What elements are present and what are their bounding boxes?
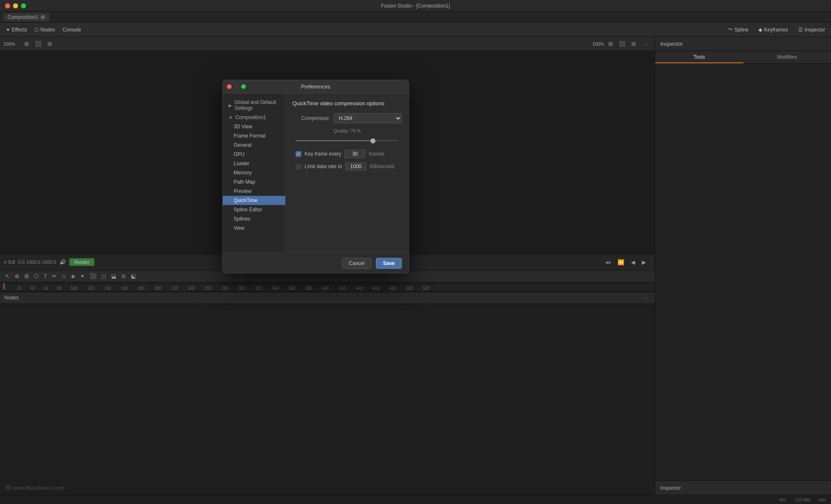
sidebar-item-3dview[interactable]: 3D View [223,122,285,131]
dialog-footer: Cancel Save [223,253,409,273]
viewer-toolbar: 100% ⊞ ⬛ ⊞ 100% ⊞ ⬛ ⊞ ··· [0,37,655,51]
time-end: 1000.0 [26,260,41,265]
nodes-tool-mask2[interactable]: ◈ [69,272,77,280]
sidebar-item-pathmap[interactable]: Path Map [223,177,285,187]
play-next-btn[interactable]: ▶ [640,258,648,266]
sidebar-item-splineeditor[interactable]: Spline Editor [223,205,285,214]
sidebar-item-splines[interactable]: Splines [223,214,285,223]
keyframe-checkbox[interactable]: ✓ [296,151,301,157]
zoom-right: 100% [592,42,604,47]
save-btn[interactable]: Save [376,258,402,269]
sidebar-item-gpu[interactable]: GPU [223,150,285,159]
nodes-tool-extra[interactable]: ⊘ [120,272,128,280]
quality-slider-container [292,138,402,146]
item-3dview-label: 3D View [234,124,252,130]
viewer-fit-btn[interactable]: ⊞ [23,40,31,48]
sidebar-global-settings[interactable]: ▶ Global and Default Settings [223,98,285,113]
tab-close-btn[interactable]: × [40,15,45,20]
datarate-unit: KB/second [370,164,394,169]
viewer-grid-btn[interactable]: ⊞ [46,40,54,48]
play-start-btn[interactable]: ⏮ [604,258,612,266]
quality-slider-thumb[interactable] [370,138,375,143]
viewer-grid-right-btn[interactable]: ⊞ [630,40,638,48]
status-memory: 710 MB [794,497,810,502]
viewer-channels-right-btn[interactable]: ⬛ [617,40,627,48]
sidebar-item-quicktime[interactable]: QuickTime [223,196,285,205]
spline-btn[interactable]: 〜 Spline [725,25,751,34]
nodes-tool-extra2[interactable]: ⬕ [129,272,138,280]
sidebar-item-view[interactable]: View [223,223,285,233]
time-start: 0.0 [18,260,24,265]
item-view-label: View [234,225,245,231]
composition-tab[interactable]: Composition1 × [3,13,49,21]
sidebar-item-frameformat[interactable]: Frame Format [223,131,285,140]
render-btn[interactable]: Render [69,258,94,266]
keyframe-input[interactable] [344,150,365,158]
nodes-tool-image[interactable]: ⊞ [23,272,31,280]
compressor-select[interactable]: H.264 H.265 ProRes 422 ProRes 4444 [333,113,402,123]
play-prev-btn[interactable]: ◀ [629,258,637,266]
viewer-more-btn[interactable]: ··· [640,40,651,48]
tab-modifiers[interactable]: Modifiers [743,51,831,63]
viewer-channels-btn[interactable]: ⬛ [33,40,43,48]
effects-icon: ✦ [6,27,10,33]
nodes-tool-add[interactable]: ⊕ [13,272,21,280]
dialog-close-btn[interactable] [227,84,232,89]
sidebar-item-preview[interactable]: Preview [223,187,285,196]
nodes-label: Nodes [40,27,55,33]
sidebar-composition1[interactable]: ▼ Composition1 [223,113,285,122]
datarate-input[interactable] [345,162,366,171]
nodes-tool-paint[interactable]: ✏ [50,272,58,280]
play-back-btn[interactable]: ⏪ [616,258,626,266]
minimize-window-btn[interactable] [13,3,18,8]
spline-icon: 〜 [728,26,733,33]
zoom-level: 100% [3,42,20,47]
console-btn[interactable]: Console [60,26,83,34]
dialog-minimize-btn[interactable] [234,84,239,89]
datarate-row: Limit data rate to KB/second [292,162,402,171]
nodes-more-btn[interactable]: ··· [639,294,651,302]
compressor-label: Compressor: [292,115,330,121]
maximize-window-btn[interactable] [21,3,26,8]
item-memory-label: Memory [234,170,252,176]
nodes-tool-particle[interactable]: ✦ [78,272,86,280]
collapse-icon: ▼ [229,115,233,120]
loop-icon: ↺ [3,260,7,265]
tab-tools[interactable]: Tools [655,51,743,63]
item-loader-label: Loader [234,161,249,166]
toolbar-right: 〜 Spline ◆ Keyframes ☰ Inspector [725,25,828,34]
keyframe-unit: frames [369,151,384,157]
main-toolbar: ✦ Effects ⬡ Nodes Console 〜 Spline ◆ Key… [0,23,831,37]
nodes-tool-mask[interactable]: ◇ [60,272,68,280]
nodes-tool-blur[interactable]: ◻ [100,272,108,280]
effects-btn[interactable]: ✦ Effects [3,26,29,34]
tab-label: Composition1 [8,14,38,20]
keyframes-icon: ◆ [758,27,762,33]
close-window-btn[interactable] [5,3,10,8]
inspector-btn[interactable]: ☰ Inspector [796,26,828,34]
preferences-dialog: Preferences ▶ Global and Default Setting… [222,80,409,273]
nodes-tool-text[interactable]: T [42,272,49,280]
nodes-btn[interactable]: ⬡ Nodes [32,26,57,34]
keyframes-btn[interactable]: ◆ Keyframes [756,26,790,34]
nodes-tool-merge[interactable]: ⬓ [109,272,118,280]
nodes-tool-polygon[interactable]: ⬡ [32,272,40,280]
tab-modifiers-label: Modifiers [777,54,797,60]
audio-icon: 🔊 [60,259,66,265]
dialog-content: QuickTime video compression options Comp… [286,94,409,253]
sidebar-item-general[interactable]: General [223,140,285,150]
inspector-content [655,64,831,481]
nodes-tool-3d[interactable]: ⬛ [88,272,98,280]
nodes-tool-select[interactable]: ↖ [3,272,11,280]
datarate-checkbox[interactable] [296,164,301,169]
dialog-maximize-btn[interactable] [241,84,246,89]
cancel-btn[interactable]: Cancel [342,258,372,269]
sidebar-item-memory[interactable]: Memory [223,168,285,177]
sidebar-item-loader[interactable]: Loader [223,159,285,168]
viewer-fit-right-btn[interactable]: ⊞ [607,40,615,48]
item-splines-label: Splines [234,216,250,222]
window-controls [5,3,26,8]
dialog-title: Preferences [301,83,330,90]
quality-slider-track[interactable] [296,140,399,141]
render-end: 1000.0 [42,260,56,265]
